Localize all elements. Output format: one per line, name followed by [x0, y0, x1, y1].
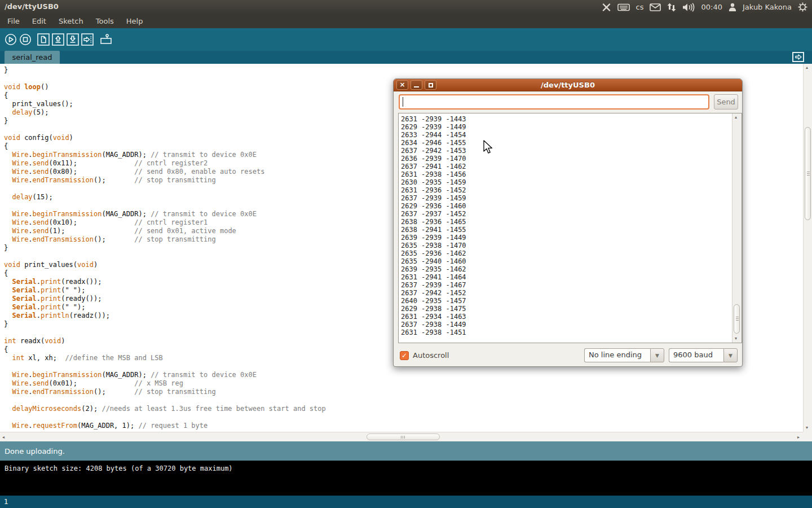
serial-data-line: 2631 -2936 -1452: [401, 186, 732, 194]
minimize-icon: [414, 86, 419, 87]
user-icon[interactable]: [729, 3, 736, 11]
baud-rate-value: 9600 baud: [669, 348, 723, 362]
serial-data-line: 2637 -2939 -1467: [401, 281, 732, 289]
scroll-up-icon[interactable]: ▴: [735, 115, 737, 120]
serial-data-line: 2639 -2939 -1449: [401, 234, 732, 242]
autoscroll-label: Autoscroll: [413, 351, 449, 360]
scroll-right-icon[interactable]: ▸: [797, 435, 800, 440]
toolbar: [0, 28, 812, 51]
serial-data-line: 2638 -2941 -1455: [401, 226, 732, 234]
serial-data-line: 2635 -2938 -1470: [401, 242, 732, 249]
serial-data-line: 2631 -2939 -1443: [401, 115, 732, 123]
scrollbar-corner: [803, 432, 812, 441]
open-button[interactable]: [52, 33, 64, 46]
chevron-down-icon[interactable]: ▼: [723, 348, 738, 362]
close-button[interactable]: ×: [396, 80, 408, 90]
new-tab-button[interactable]: [792, 52, 804, 62]
serial-scrollbar[interactable]: ▴ ▾: [732, 113, 742, 343]
menu-edit[interactable]: Edit: [26, 14, 52, 28]
scrollbar-grip-icon: [736, 317, 739, 322]
save-button[interactable]: [67, 33, 79, 46]
line-number-bar: 1: [0, 496, 812, 508]
maximize-button[interactable]: [425, 80, 436, 90]
serial-data-line: 2629 -2936 -1460: [401, 202, 732, 210]
text-caret: [403, 97, 403, 107]
close-icon: ×: [397, 81, 408, 89]
system-tray: cs 00:40 Jakub Kakona: [602, 0, 807, 14]
serial-data-line: 2631 -2938 -1456: [401, 170, 732, 178]
mail-icon[interactable]: [650, 3, 661, 11]
code-line: Wire.send(0x01); // x MSB reg: [4, 379, 803, 388]
serial-data-line: 2638 -2936 -1465: [401, 218, 732, 226]
stop-button[interactable]: [19, 33, 32, 46]
keyboard-icon[interactable]: [617, 3, 630, 11]
serial-scrollbar-thumb[interactable]: [734, 304, 740, 334]
serial-data-line: 2634 -2946 -1455: [401, 139, 732, 147]
serial-data-line: 2640 -2935 -1457: [401, 297, 732, 305]
system-panel: /dev/ttyUSB0 cs 00:40 Jakub Kakona: [0, 0, 812, 14]
power-gear-icon[interactable]: [798, 2, 807, 12]
tab-serial-read[interactable]: serial_read: [5, 51, 60, 64]
menu-tools[interactable]: Tools: [90, 14, 120, 28]
window-controls: ×: [396, 80, 436, 90]
serial-monitor-titlebar[interactable]: × /dev/ttyUSB0: [394, 79, 742, 91]
new-sketch-button[interactable]: [37, 33, 50, 46]
code-line: }: [4, 66, 803, 75]
autoscroll-checkbox[interactable]: ✓: [400, 351, 409, 360]
mouse-cursor: [483, 140, 493, 157]
status-text: Done uploading.: [5, 447, 65, 456]
scroll-up-icon[interactable]: ▴: [806, 65, 808, 70]
serial-data-line: 2631 -2941 -1464: [401, 273, 732, 281]
updown-arrows-icon[interactable]: [667, 3, 676, 12]
keyboard-layout-indicator[interactable]: cs: [636, 3, 644, 11]
code-line: Wire.requestFrom(MAG_ADDR, 1); // reques…: [4, 422, 803, 430]
user-menu[interactable]: Jakub Kakona: [743, 3, 792, 11]
serial-data-line: 2629 -2939 -1449: [401, 123, 732, 131]
code-line: delayMicroseconds(2); //needs at least 1…: [4, 405, 803, 413]
send-button[interactable]: Send: [714, 94, 738, 110]
scroll-down-icon[interactable]: ▾: [735, 336, 737, 341]
window-title: /dev/ttyUSB0: [5, 2, 59, 11]
scrollbar-grip-icon: [807, 172, 810, 177]
console-text: Binary sketch size: 4208 bytes (of a 307…: [5, 465, 233, 472]
editor-scrollbar-thumb[interactable]: [805, 127, 811, 220]
serial-data-line: 2635 -2940 -1460: [401, 257, 732, 265]
serial-data-line: 2637 -2937 -1452: [401, 210, 732, 218]
line-ending-value: No line ending: [584, 348, 650, 362]
minimize-button[interactable]: [411, 80, 422, 90]
line-ending-dropdown[interactable]: No line ending ▼: [584, 348, 664, 362]
menu-items: FileEditSketchToolsHelp: [1, 14, 149, 28]
serial-data-line: 2629 -2938 -1475: [401, 305, 732, 313]
scroll-left-icon[interactable]: ◂: [2, 435, 5, 440]
serial-output-text: 2631 -2939 -14432629 -2939 -14492633 -29…: [399, 113, 732, 343]
maximize-icon: [429, 83, 433, 87]
editor-hscrollbar-thumb[interactable]: [367, 433, 440, 440]
build-console: Binary sketch size: 4208 bytes (of a 307…: [0, 461, 812, 496]
serial-data-line: 2635 -2936 -1462: [401, 249, 732, 257]
verify-button[interactable]: [5, 33, 17, 46]
pinwheel-icon[interactable]: [602, 3, 611, 12]
serial-monitor-button[interactable]: [99, 33, 112, 46]
serial-data-line: 2631 -2934 -1463: [401, 313, 732, 321]
volume-icon[interactable]: [682, 3, 695, 12]
upload-button[interactable]: [81, 33, 94, 46]
code-line: Wire.endTransmission(); // stop transmit…: [4, 388, 803, 396]
baud-rate-dropdown[interactable]: 9600 baud ▼: [669, 348, 738, 362]
serial-send-input[interactable]: [399, 94, 709, 110]
serial-data-line: 2633 -2944 -1454: [401, 131, 732, 139]
scroll-down-icon[interactable]: ▾: [806, 426, 808, 430]
menu-help[interactable]: Help: [120, 14, 149, 28]
serial-monitor-window: × /dev/ttyUSB0 Send 2631 -2939 -14432629…: [393, 78, 743, 367]
chevron-down-icon[interactable]: ▼: [650, 348, 664, 362]
menu-sketch[interactable]: Sketch: [52, 14, 90, 28]
serial-monitor-title: /dev/ttyUSB0: [394, 79, 742, 91]
serial-data-line: 2637 -2941 -1462: [401, 163, 732, 170]
editor-horizontal-scrollbar[interactable]: ◂ ▸: [0, 432, 803, 441]
clock[interactable]: 00:40: [701, 3, 722, 11]
serial-data-line: 2637 -2938 -1449: [401, 321, 732, 329]
code-line: [4, 396, 803, 405]
menu-file[interactable]: File: [1, 14, 26, 28]
serial-data-line: 2631 -2938 -1451: [401, 329, 732, 336]
line-number: 1: [4, 498, 8, 506]
editor-vertical-scrollbar[interactable]: ▴ ▾: [803, 64, 812, 432]
